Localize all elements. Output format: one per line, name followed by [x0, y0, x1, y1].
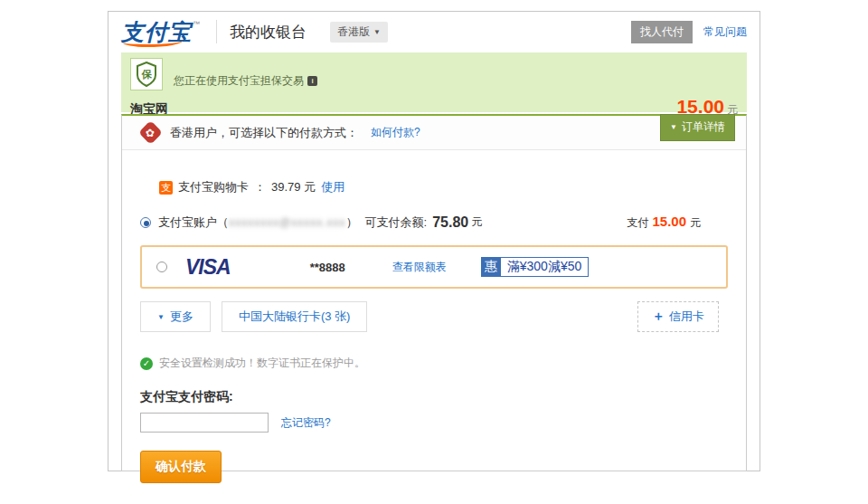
secured-text-label: 您正在使用支付宝担保交易 — [174, 73, 304, 89]
order-details-label: 订单详情 — [682, 119, 725, 135]
top-header: 支付宝 ™ 我的收银台 香港版 ▼ 找人代付 常见问题 — [108, 12, 760, 52]
paren-close: ） — [346, 214, 358, 231]
header-actions: 找人代付 常见问题 — [631, 21, 747, 43]
account-label: 支付宝账户 — [158, 214, 217, 231]
version-label: 香港版 — [337, 24, 370, 40]
shopping-card-amount: 39.79 元 — [271, 179, 316, 195]
chevron-down-icon: ▼ — [373, 28, 381, 36]
panel-header: ✿ 香港用户，可选择以下的付款方式： 如何付款? — [122, 116, 746, 150]
discount-icon: 惠 — [481, 257, 501, 277]
shopping-card-separator: ： — [254, 179, 266, 195]
shield-char: 保 — [141, 69, 153, 80]
visa-radio[interactable] — [156, 262, 167, 272]
account-radio[interactable] — [140, 217, 151, 228]
card-number-mask: **8888 — [310, 261, 345, 274]
promo-text: 滿¥300減¥50 — [501, 257, 590, 277]
payment-methods-heading: 香港用户，可选择以下的付款方式： — [170, 125, 358, 141]
secured-transaction-text: 您正在使用支付宝担保交易 i — [174, 73, 317, 90]
banner-row-secured: 保 您正在使用支付宝担保交易 i — [130, 58, 738, 90]
faq-link[interactable]: 常见问题 — [703, 24, 747, 40]
shield-icon: 保 — [130, 58, 163, 90]
add-credit-card-button[interactable]: ＋ 信用卡 — [637, 301, 719, 332]
paren-open: （ — [217, 214, 229, 231]
pay-label: 支付 — [627, 215, 648, 231]
pay-amount-group: 支付 15.00 元 — [627, 214, 701, 231]
page-title: 我的收银台 — [230, 22, 307, 43]
visa-logo: VISA — [185, 255, 231, 280]
secured-transaction-banner: 保 您正在使用支付宝担保交易 i 淘宝网 15.00 元 — [121, 52, 747, 112]
more-label: 更多 — [170, 309, 193, 325]
payment-panel: ▼ 订单详情 ✿ 香港用户，可选择以下的付款方式： 如何付款? 支 支付宝购物卡… — [121, 114, 747, 471]
order-details-button[interactable]: ▼ 订单详情 — [660, 114, 735, 141]
use-shopping-card-link[interactable]: 使用 — [321, 179, 344, 195]
view-limits-link[interactable]: 查看限额表 — [392, 260, 447, 275]
mainland-cards-label: 中国大陆银行卡(3 张) — [239, 309, 351, 325]
chevron-down-icon: ▼ — [670, 123, 677, 131]
panel-content: 支 支付宝购物卡 ： 39.79 元 使用 支付宝账户 （ xxxxxxxx@x… — [122, 179, 746, 483]
confirm-payment-button[interactable]: 确认付款 — [140, 451, 222, 483]
info-icon[interactable]: i — [307, 76, 317, 86]
version-dropdown[interactable]: 香港版 ▼ — [330, 22, 388, 43]
bauhinia-flower-glyph: ✿ — [146, 128, 155, 138]
account-email-redacted: xxxxxxxx@xxxxx.xxx — [229, 216, 346, 229]
card-options-row: ▼ 更多 中国大陆银行卡(3 张) ＋ 信用卡 — [140, 301, 728, 332]
header-divider — [216, 20, 217, 43]
more-button[interactable]: ▼ 更多 — [140, 301, 211, 332]
promo-badge: 惠 滿¥300減¥50 — [481, 257, 590, 277]
how-to-pay-link[interactable]: 如何付款? — [371, 125, 420, 140]
hongkong-flag-icon: ✿ — [138, 120, 163, 145]
chevron-down-icon: ▼ — [157, 313, 165, 321]
shopping-card-row: 支 支付宝购物卡 ： 39.79 元 使用 — [159, 179, 728, 195]
payment-password-input[interactable] — [140, 413, 269, 433]
forgot-password-link[interactable]: 忘记密码? — [281, 415, 331, 431]
payment-password-label: 支付宝支付密码: — [140, 389, 728, 405]
mainland-cards-button[interactable]: 中国大陆银行卡(3 张) — [222, 301, 368, 332]
balance-unit: 元 — [471, 214, 482, 230]
pay-unit: 元 — [690, 215, 701, 231]
plus-icon: ＋ — [652, 309, 665, 325]
password-row: 忘记密码? — [140, 413, 728, 433]
alipay-card-icon: 支 — [159, 181, 173, 195]
trademark-symbol: ™ — [193, 20, 200, 28]
security-status-text: 安全设置检测成功！数字证书正在保护中。 — [159, 356, 365, 371]
check-circle-icon: ✓ — [140, 357, 153, 370]
alipay-logo-swoosh-icon — [123, 36, 183, 47]
pay-for-me-button[interactable]: 找人代付 — [631, 21, 693, 43]
visa-card-row[interactable]: VISA **8888 查看限额表 惠 滿¥300減¥50 — [140, 245, 728, 289]
security-status-row: ✓ 安全设置检测成功！数字证书正在保护中。 — [140, 356, 728, 371]
add-credit-card-label: 信用卡 — [669, 309, 704, 325]
pay-amount: 15.00 — [652, 214, 686, 229]
alipay-account-row: 支付宝账户 （ xxxxxxxx@xxxxx.xxx ） 可支付余额: 75.8… — [140, 214, 728, 231]
balance-value: 75.80 — [432, 214, 468, 231]
checkout-page: 支付宝 ™ 我的收银台 香港版 ▼ 找人代付 常见问题 保 您正在使用支付宝担保… — [108, 11, 760, 471]
balance-label: 可支付余额: — [365, 214, 428, 231]
shopping-card-label: 支付宝购物卡 — [178, 179, 249, 195]
alipay-logo[interactable]: 支付宝 ™ — [121, 20, 200, 43]
